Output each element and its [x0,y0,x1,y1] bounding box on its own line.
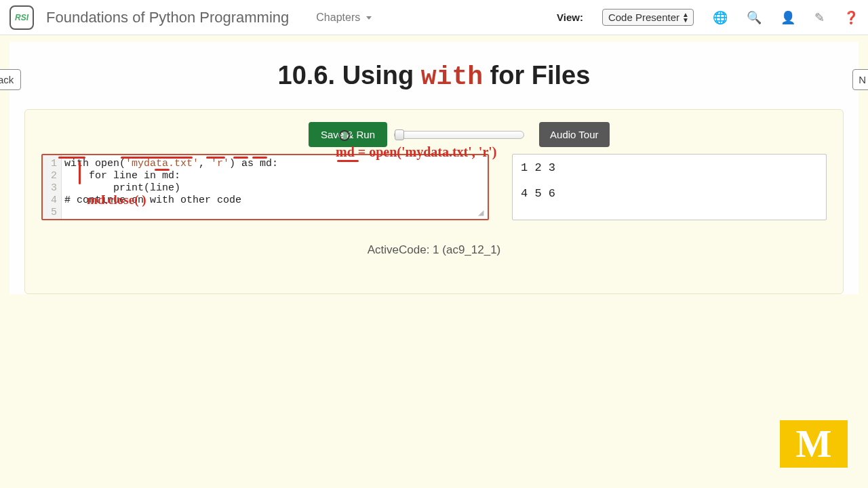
code-editor[interactable]: 1 2 3 4 5 with open('mydata.txt', 'r') a… [41,154,489,220]
code-body[interactable]: with open('mydata.txt', 'r') as md: for … [43,155,488,219]
title-keyword: with [421,62,483,92]
title-suffix: for Files [483,61,590,89]
chevron-down-icon [366,16,372,20]
line-number: 4 [43,195,57,207]
slider-thumb[interactable] [395,129,404,140]
activecode-caption: ActiveCode: 1 (ac9_12_1) [25,243,843,257]
top-navbar: RSI Foundations of Python Programming Ch… [0,0,868,35]
audio-tour-button[interactable]: Audio Tour [539,122,609,147]
output-panel: 1 2 3 4 5 6 [512,154,827,220]
back-button[interactable]: ack [0,69,21,90]
globe-icon[interactable]: 🌐 [713,10,728,25]
line-number: 3 [43,182,57,195]
resize-handle-icon[interactable]: ◢ [478,209,486,218]
help-icon[interactable]: ❓ [844,10,859,25]
title-prefix: 10.6. Using [278,61,421,89]
chapters-label: Chapters [316,12,360,23]
history-slider[interactable] [394,131,524,139]
page-title: 10.6. Using with for Files [9,42,859,109]
view-label: View: [557,12,583,23]
line-number: 5 [43,207,57,219]
line-number: 2 [43,170,57,182]
umich-logo: M [780,420,848,468]
line-number-gutter: 1 2 3 4 5 [43,155,62,219]
edit-icon[interactable]: ✎ [814,10,825,25]
search-icon[interactable]: 🔍 [747,10,762,25]
activecode-toolbar: Save & Run Audio Tour [25,122,843,147]
select-arrows-icon: ▲▼ [682,12,689,23]
site-logo[interactable]: RSI [9,5,34,30]
save-run-button[interactable]: Save & Run [309,122,387,147]
line-number: 1 [43,158,57,170]
user-icon[interactable]: 👤 [781,10,795,25]
chapters-dropdown[interactable]: Chapters [316,12,371,24]
content-card: 10.6. Using with for Files Save & Run Au… [9,42,859,294]
view-select[interactable]: Code Presenter ▲▼ [602,9,694,26]
next-button[interactable]: N [852,69,868,90]
activecode-block: Save & Run Audio Tour 1 2 3 4 5 with ope… [24,109,844,294]
book-title[interactable]: Foundations of Python Programming [46,9,289,26]
view-value: Code Presenter [608,12,679,23]
